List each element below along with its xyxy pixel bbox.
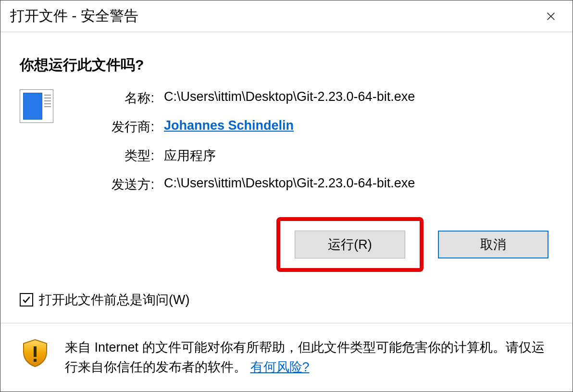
footer-text: 来自 Internet 的文件可能对你有所帮助，但此文件类型可能危害你的计算机。…: [65, 338, 553, 377]
from-value: C:\Users\ittim\Desktop\Git-2.23.0-64-bit…: [164, 176, 415, 193]
security-warning-dialog: 打开文件 - 安全警告 你想运行此文件吗? 名称: C:\Users\ittim: [0, 0, 573, 392]
always-ask-checkbox[interactable]: [20, 293, 33, 306]
from-label: 发送方:: [77, 176, 154, 193]
always-ask-label: 打开此文件前总是询问(W): [39, 291, 189, 308]
highlight-annotation: 运行(R): [276, 217, 424, 272]
footer-warning: 来自 Internet 的文件可能对你有所帮助，但此文件类型可能危害你的计算机。…: [0, 323, 573, 386]
file-info-section: 名称: C:\Users\ittim\Desktop\Git-2.23.0-64…: [0, 89, 573, 193]
dialog-content: 你想运行此文件吗? 名称: C:\Users\ittim\Desktop\Git…: [0, 32, 573, 392]
run-button[interactable]: 运行(R): [295, 231, 405, 258]
always-ask-row: 打开此文件前总是询问(W): [0, 282, 573, 323]
type-value: 应用程序: [164, 147, 415, 164]
close-button[interactable]: [539, 7, 563, 26]
type-label: 类型:: [77, 147, 154, 164]
publisher-link[interactable]: Johannes Schindelin: [164, 118, 415, 135]
file-icon: [20, 89, 58, 128]
cancel-button[interactable]: 取消: [438, 231, 548, 258]
svg-rect-3: [34, 359, 37, 362]
publisher-label: 发行商:: [77, 118, 154, 135]
name-label: 名称:: [77, 89, 154, 107]
buttons-row: 运行(R) 取消: [0, 193, 573, 282]
checkmark-icon: [22, 295, 31, 305]
close-icon: [546, 11, 556, 22]
question-heading: 你想运行此文件吗?: [0, 32, 573, 89]
window-title: 打开文件 - 安全警告: [10, 6, 138, 26]
titlebar: 打开文件 - 安全警告: [0, 0, 573, 32]
risk-link[interactable]: 有何风险?: [250, 360, 310, 374]
svg-rect-2: [34, 346, 37, 357]
name-value: C:\Users\ittim\Desktop\Git-2.23.0-64-bit…: [164, 89, 415, 107]
info-grid: 名称: C:\Users\ittim\Desktop\Git-2.23.0-64…: [77, 89, 415, 193]
shield-icon: [20, 338, 50, 368]
